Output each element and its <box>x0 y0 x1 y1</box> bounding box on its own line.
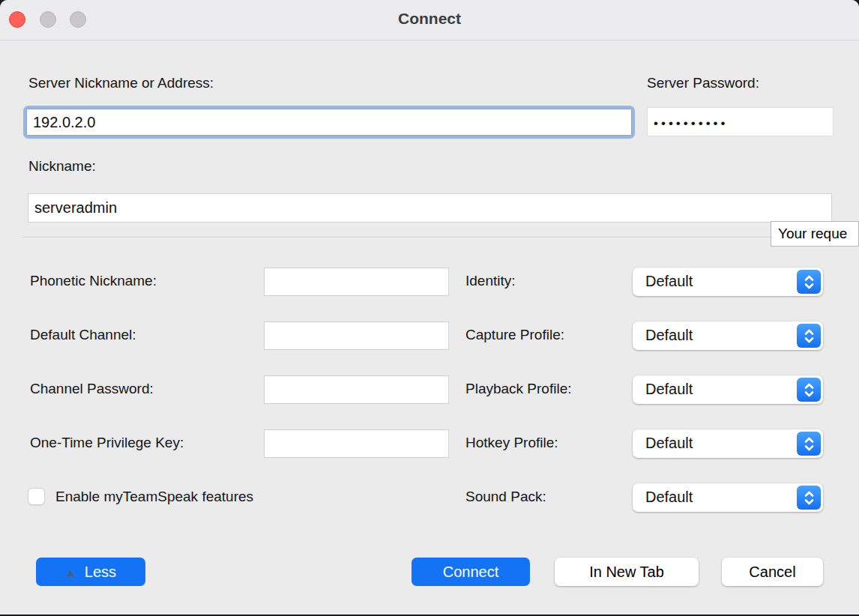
default-channel-label: Default Channel: <box>30 327 136 343</box>
stepper-icon <box>797 378 821 402</box>
triangle-up-icon: ▲ <box>65 566 76 579</box>
connect-button[interactable]: Connect <box>412 558 530 586</box>
stepper-icon <box>797 270 821 294</box>
stepper-icon <box>797 324 821 348</box>
channel-password-input[interactable] <box>264 375 449 404</box>
privilege-key-label: One-Time Privilege Key: <box>30 435 184 451</box>
in-new-tab-button-label: In New Tab <box>589 564 664 580</box>
identity-dropdown-value: Default <box>645 273 693 290</box>
phonetic-nickname-input[interactable] <box>264 268 449 296</box>
in-new-tab-button[interactable]: In New Tab <box>555 558 699 586</box>
less-button-label: Less <box>85 564 116 580</box>
default-channel-input[interactable] <box>264 321 449 350</box>
hotkey-profile-dropdown[interactable]: Default <box>633 429 823 458</box>
tooltip: Your reque <box>771 221 859 247</box>
stepper-icon <box>797 432 821 456</box>
server-address-focus-ring <box>23 106 635 139</box>
server-address-input[interactable] <box>26 109 632 136</box>
channel-password-label: Channel Password: <box>30 381 154 397</box>
connect-dialog: Connect Server Nickname or Address: Serv… <box>0 0 859 615</box>
capture-profile-dropdown-value: Default <box>645 327 693 344</box>
hotkey-profile-dropdown-value: Default <box>645 435 693 452</box>
identity-label: Identity: <box>465 273 516 289</box>
identity-dropdown[interactable]: Default <box>633 268 823 296</box>
cancel-button-label: Cancel <box>749 564 795 580</box>
myteamspeak-label: Enable myTeamSpeak features <box>55 489 253 505</box>
sound-pack-label: Sound Pack: <box>465 489 546 505</box>
connect-button-label: Connect <box>443 564 499 580</box>
capture-profile-dropdown[interactable]: Default <box>633 321 823 350</box>
playback-profile-dropdown-value: Default <box>645 381 693 398</box>
privilege-key-input[interactable] <box>264 429 449 458</box>
server-password-label: Server Password: <box>647 75 759 91</box>
capture-profile-label: Capture Profile: <box>465 327 564 343</box>
title-bar: Connect <box>0 0 859 40</box>
section-divider <box>22 237 859 238</box>
sound-pack-dropdown-value: Default <box>645 489 693 506</box>
cancel-button[interactable]: Cancel <box>722 558 823 586</box>
playback-profile-label: Playback Profile: <box>465 381 572 397</box>
hotkey-profile-label: Hotkey Profile: <box>465 435 558 451</box>
server-address-label: Server Nickname or Address: <box>28 75 214 91</box>
server-password-input[interactable] <box>647 107 834 136</box>
phonetic-nickname-label: Phonetic Nickname: <box>30 273 157 289</box>
nickname-input[interactable] <box>28 193 832 223</box>
sound-pack-dropdown[interactable]: Default <box>633 483 823 512</box>
myteamspeak-checkbox[interactable] <box>28 488 45 505</box>
stepper-icon <box>797 486 821 510</box>
nickname-label: Nickname: <box>28 158 96 175</box>
window-title: Connect <box>0 10 859 28</box>
less-button[interactable]: ▲Less <box>36 558 145 586</box>
playback-profile-dropdown[interactable]: Default <box>633 375 823 404</box>
